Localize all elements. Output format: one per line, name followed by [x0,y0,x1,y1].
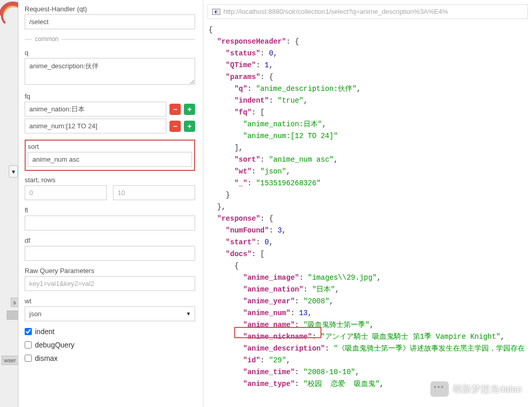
df-input[interactable] [25,246,195,261]
raw-params-input[interactable] [25,276,195,291]
fq-input-1[interactable] [25,102,166,117]
start-input[interactable] [25,185,107,200]
wt-select[interactable]: json [25,306,195,321]
fq-remove-button-2[interactable]: − [169,121,181,132]
indent-label: indent [35,327,54,336]
q-label: q [25,49,195,56]
fq-input-2[interactable] [25,119,166,133]
nav-stub-2[interactable] [7,311,18,320]
result-panel: ◧ http://localhost:8880/solr/collection1… [203,0,532,407]
fl-input[interactable] [25,216,195,230]
sort-highlight: sort [25,140,195,171]
dismax-checkbox[interactable] [25,355,32,362]
left-sidebar: ▾ s wser [0,0,18,407]
debug-label: debugQuery [35,341,74,349]
fq-label: fq [25,92,195,100]
wechat-icon [430,381,449,397]
fq-add-button[interactable]: + [184,104,195,115]
nav-stub-3[interactable]: wser [2,356,18,365]
q-input[interactable]: anime_description:伙伴 [25,58,195,85]
df-label: df [25,237,195,244]
fl-label: fl [25,206,195,214]
debug-checkbox[interactable] [25,341,32,348]
handler-label: Request-Handler (qt) [25,5,195,13]
solr-logo [0,0,18,26]
raw-params-label: Raw Query Parameters [25,267,195,275]
wt-label: wt [25,297,195,305]
sort-label: sort [28,143,192,150]
collapsed-dropdown[interactable]: ▾ [9,165,18,178]
start-rows-label: start, rows [25,176,195,184]
watermark: 萌新梦想当dalao [430,381,522,397]
common-legend: common [25,35,195,43]
indent-checkbox[interactable] [25,328,32,335]
request-url-bar[interactable]: ◧ http://localhost:8880/solr/collection1… [207,4,528,19]
query-form-panel: Request-Handler (qt) common q anime_desc… [18,0,203,407]
dismax-label: dismax [35,354,58,362]
json-response: { "responseHeader": { "status": 0, "QTim… [203,24,532,390]
handler-input[interactable] [25,14,195,29]
nav-stub-1[interactable]: s [11,298,18,307]
watermark-text: 萌新梦想当dalao [453,383,522,395]
sort-input[interactable] [28,152,192,167]
url-text: http://localhost:8880/solr/collection1/s… [223,8,448,15]
rows-input[interactable] [113,185,195,200]
link-icon: ◧ [212,9,220,15]
fq-remove-button[interactable]: − [169,104,181,115]
fq-add-button-2[interactable]: + [184,121,195,132]
